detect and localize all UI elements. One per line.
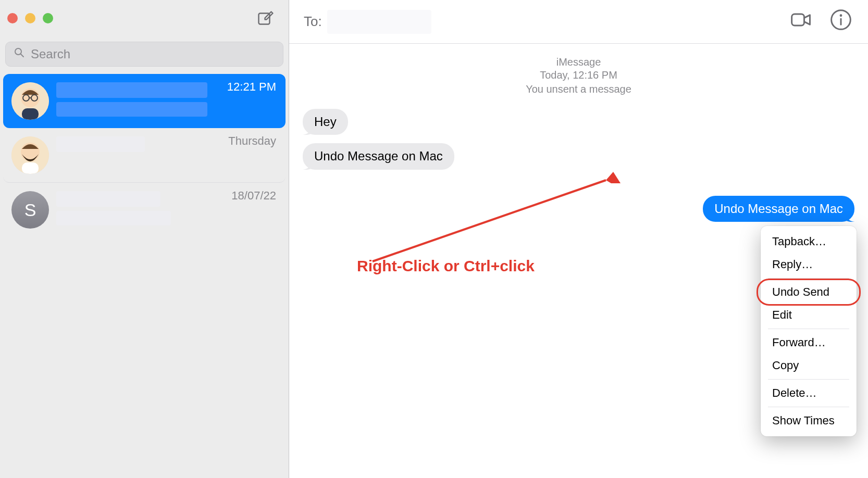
message-preview-redacted [56, 211, 171, 225]
svg-rect-11 [22, 162, 39, 174]
context-menu-item[interactable]: Show Times [761, 409, 857, 432]
search-icon [13, 46, 31, 62]
message-row: Hey [289, 105, 868, 139]
conversation-timestamp: 12:21 PM [227, 80, 276, 94]
compose-icon [256, 9, 275, 30]
conversation-list: 12:21 PM Thursday S 18/07/22 [0, 74, 289, 237]
info-icon [829, 8, 852, 35]
context-menu-separator [768, 379, 849, 380]
context-menu: Tapback…Reply…Undo SendEditForward…CopyD… [761, 226, 857, 436]
context-menu-separator [768, 329, 849, 329]
conversation-timestamp: Thursday [228, 134, 276, 148]
svg-line-2 [21, 54, 23, 57]
message-row: Undo Message on Mac [289, 139, 868, 173]
svg-point-1 [15, 48, 21, 55]
sidebar: Search 12:21 PM [0, 0, 289, 478]
svg-rect-8 [22, 108, 39, 120]
chat-header: To: [289, 0, 868, 44]
message-bubble-incoming[interactable]: Hey [303, 109, 348, 135]
context-menu-separator [768, 278, 849, 279]
maximize-window-button[interactable] [43, 13, 53, 23]
conversation-timestamp: 18/07/22 [231, 189, 276, 203]
message-bubble-outgoing[interactable]: Undo Message on Mac [703, 196, 854, 222]
context-menu-item[interactable]: Copy [761, 354, 857, 377]
chat-pane: To: iMessage Today, 12:16 [289, 0, 868, 478]
facetime-icon [790, 8, 813, 35]
context-menu-item[interactable]: Undo Send [761, 281, 857, 304]
conversation-item[interactable]: 12:21 PM [3, 74, 286, 128]
context-menu-item[interactable]: Delete… [761, 382, 857, 405]
svg-rect-12 [792, 14, 804, 26]
window-title-bar [0, 0, 289, 36]
conversation-meta: iMessage Today, 12:16 PM You unsent a me… [289, 56, 868, 95]
traffic-lights [7, 13, 53, 23]
minimize-window-button[interactable] [25, 13, 35, 23]
context-menu-separator [768, 407, 849, 407]
contact-name-redacted [56, 191, 160, 207]
context-menu-item[interactable]: Edit [761, 304, 857, 326]
details-button[interactable] [828, 9, 853, 34]
message-preview-redacted [56, 102, 207, 117]
conversation-item[interactable]: S 18/07/22 [3, 183, 286, 237]
meta-time: Today, 12:16 PM [289, 69, 868, 81]
chat-body: iMessage Today, 12:16 PM You unsent a me… [289, 44, 868, 478]
meta-service: iMessage [289, 56, 868, 68]
avatar [11, 136, 49, 174]
context-menu-item[interactable]: Forward… [761, 331, 857, 354]
svg-point-15 [840, 15, 841, 16]
message-row: Undo Message on Mac [289, 192, 868, 226]
facetime-button[interactable] [789, 9, 814, 34]
avatar: S [11, 191, 49, 229]
contact-name-redacted [56, 136, 145, 152]
context-menu-item[interactable]: Tapback… [761, 230, 857, 253]
compose-message-button[interactable] [254, 8, 277, 31]
contact-name-redacted [56, 82, 207, 98]
conversation-item[interactable]: Thursday [3, 128, 286, 183]
message-bubble-incoming[interactable]: Undo Message on Mac [303, 143, 454, 169]
close-window-button[interactable] [7, 13, 18, 23]
to-label: To: [304, 14, 322, 30]
recipient-name-redacted[interactable] [327, 10, 431, 34]
avatar [11, 82, 49, 120]
context-menu-item[interactable]: Reply… [761, 253, 857, 276]
annotation-text: Right-Click or Ctrl+click [357, 257, 535, 275]
search-placeholder: Search [31, 47, 70, 61]
search-input[interactable]: Search [5, 42, 283, 67]
meta-status: You unsent a message [289, 83, 868, 95]
